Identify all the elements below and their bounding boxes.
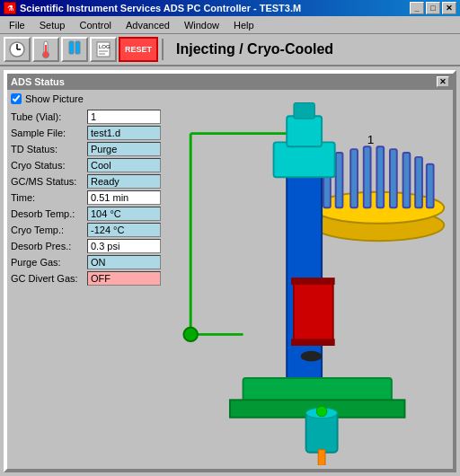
ads-close-button[interactable]: ✕	[437, 76, 449, 87]
status-label: Cryo Status:	[11, 160, 87, 171]
menu-advanced[interactable]: Advanced	[120, 18, 175, 32]
svg-rect-33	[287, 116, 322, 146]
svg-rect-34	[294, 103, 314, 119]
svg-rect-23	[350, 149, 358, 207]
instrument-diagram: 1	[164, 90, 453, 465]
svg-rect-6	[69, 41, 74, 54]
reset-button[interactable]: RESET	[119, 37, 158, 62]
status-label: Desorb Pres.:	[11, 241, 87, 251]
status-panel: Show Picture Tube (Vial):1Sample File:te…	[7, 90, 164, 469]
show-picture-row: Show Picture	[11, 93, 161, 104]
ads-title-bar: ADS Status ✕	[7, 74, 453, 90]
ads-body: Show Picture Tube (Vial):1Sample File:te…	[7, 90, 453, 469]
status-value: 1	[87, 110, 161, 124]
status-value: 0.51 min	[87, 190, 161, 205]
status-row: Cryo Temp.:-124 °C	[11, 223, 161, 237]
status-value: test1.d	[87, 126, 161, 140]
svg-rect-38	[291, 278, 335, 285]
status-label: TD Status:	[11, 144, 87, 154]
status-row: Purge Gas:ON	[11, 255, 161, 269]
svg-point-41	[183, 328, 198, 342]
status-label: Purge Gas:	[11, 257, 87, 268]
minimize-button[interactable]: _	[410, 2, 424, 14]
svg-rect-37	[294, 282, 333, 343]
svg-rect-27	[403, 153, 411, 207]
close-button[interactable]: ✕	[442, 2, 456, 14]
maximize-button[interactable]: □	[426, 2, 440, 14]
menu-window[interactable]: Window	[179, 18, 225, 32]
ads-panel: ADS Status ✕ Show Picture Tube (Vial):1S…	[4, 70, 456, 472]
title-bar: ⚗ Scientific Instrument Services ADS PC …	[0, 0, 460, 16]
status-value: -124 °C	[87, 223, 161, 237]
log-button[interactable]: LOG	[90, 37, 117, 62]
menu-bar: File Setup Control Advanced Window Help	[0, 16, 460, 34]
status-label: Tube (Vial):	[11, 111, 87, 122]
status-label: Time:	[11, 192, 87, 203]
svg-rect-24	[364, 146, 371, 207]
status-label: GC Divert Gas:	[11, 273, 87, 284]
status-label: GC/MS Status:	[11, 176, 87, 187]
tube-button[interactable]	[61, 37, 88, 62]
svg-rect-5	[45, 45, 47, 53]
status-row: Sample File:test1.d	[11, 126, 161, 140]
thermometer-button[interactable]	[32, 37, 59, 62]
svg-rect-39	[291, 339, 335, 346]
reset-label: RESET	[125, 45, 152, 54]
status-row: GC Divert Gas:OFF	[11, 271, 161, 286]
status-value: Cool	[87, 158, 161, 172]
main-content: ADS Status ✕ Show Picture Tube (Vial):1S…	[0, 66, 460, 476]
show-picture-label: Show Picture	[25, 93, 84, 104]
svg-rect-25	[376, 146, 384, 207]
svg-rect-26	[390, 149, 397, 207]
ads-panel-title: ADS Status	[11, 76, 65, 87]
svg-rect-22	[336, 153, 343, 207]
status-value: Purge	[87, 142, 161, 156]
window-title: Scientific Instrument Services ADS PC Co…	[20, 3, 301, 13]
svg-rect-7	[75, 41, 80, 54]
status-label: Desorb Temp.:	[11, 208, 87, 219]
status-value: 0.3 psi	[87, 239, 161, 253]
svg-rect-42	[306, 413, 338, 453]
status-value: 104 °C	[87, 207, 161, 221]
status-label: Sample File:	[11, 128, 87, 138]
menu-file[interactable]: File	[4, 18, 31, 32]
status-row: GC/MS Status:Ready	[11, 174, 161, 189]
svg-rect-28	[415, 157, 422, 207]
status-row: TD Status:Purge	[11, 142, 161, 156]
svg-text:LOG: LOG	[99, 44, 111, 49]
status-row: Cryo Status:Cool	[11, 158, 161, 172]
svg-point-45	[316, 406, 327, 417]
menu-help[interactable]: Help	[228, 18, 260, 32]
status-row: Tube (Vial):1	[11, 110, 161, 124]
menu-control[interactable]: Control	[74, 18, 116, 32]
svg-point-40	[301, 351, 322, 362]
status-row: Desorb Temp.:104 °C	[11, 207, 161, 221]
status-text: Injecting / Cryo-Cooled	[176, 41, 333, 57]
status-table: Tube (Vial):1Sample File:test1.dTD Statu…	[11, 110, 161, 286]
svg-text:1: 1	[367, 133, 375, 146]
show-picture-checkbox[interactable]	[11, 93, 22, 104]
status-label: Cryo Temp.:	[11, 225, 87, 235]
status-value: Ready	[87, 174, 161, 189]
toolbar-separator	[162, 39, 164, 60]
status-value: OFF	[87, 271, 161, 286]
svg-rect-44	[318, 450, 325, 466]
toolbar: LOG RESET Injecting / Cryo-Cooled	[0, 34, 460, 66]
status-row: Time:0.51 min	[11, 190, 161, 205]
status-row: Desorb Pres.:0.3 psi	[11, 239, 161, 253]
svg-rect-29	[427, 164, 434, 208]
status-value: ON	[87, 255, 161, 269]
clock-button[interactable]	[4, 37, 31, 62]
visualization-panel: 1	[164, 90, 453, 469]
menu-setup[interactable]: Setup	[34, 18, 71, 32]
app-icon: ⚗	[4, 2, 16, 14]
